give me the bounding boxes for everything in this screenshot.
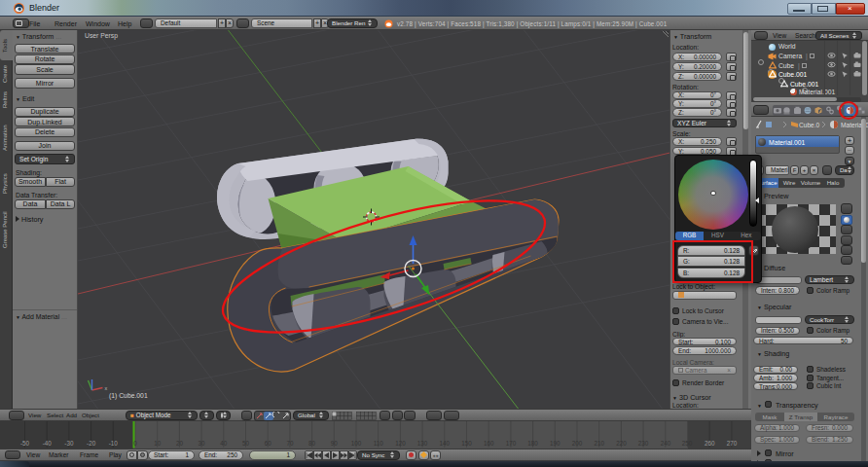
svg-text:-50: -50 [20, 440, 30, 447]
svg-text:90: 90 [331, 440, 339, 447]
svg-text:210: 210 [594, 440, 604, 447]
svg-text:150: 150 [461, 440, 472, 447]
svg-text:130: 130 [417, 440, 428, 447]
svg-text:70: 70 [286, 440, 294, 447]
svg-text:160: 160 [484, 440, 494, 447]
svg-text:50: 50 [242, 440, 250, 447]
svg-text:250: 250 [682, 440, 693, 447]
svg-text:-10: -10 [109, 440, 119, 447]
svg-text:-30: -30 [64, 440, 74, 447]
svg-text:200: 200 [572, 440, 583, 447]
svg-text:190: 190 [550, 440, 561, 447]
svg-text:30: 30 [199, 440, 206, 447]
svg-text:40: 40 [220, 440, 228, 447]
svg-text:170: 170 [506, 440, 517, 447]
svg-text:10: 10 [154, 440, 162, 447]
svg-text:x: x [104, 385, 107, 391]
svg-text:20: 20 [176, 440, 184, 447]
svg-text:100: 100 [351, 440, 362, 447]
svg-text:270: 270 [727, 440, 738, 447]
svg-text:80: 80 [308, 440, 316, 447]
svg-text:110: 110 [374, 440, 384, 447]
svg-text:120: 120 [395, 440, 406, 447]
svg-text:180: 180 [527, 440, 538, 447]
svg-text:-40: -40 [43, 440, 53, 447]
svg-text:240: 240 [661, 440, 671, 447]
svg-text:220: 220 [616, 440, 627, 447]
svg-text:140: 140 [440, 440, 451, 447]
svg-text:260: 260 [705, 440, 715, 447]
svg-text:230: 230 [638, 440, 649, 447]
svg-text:-20: -20 [87, 440, 96, 447]
svg-text:60: 60 [265, 440, 272, 447]
svg-text:0: 0 [133, 440, 137, 447]
